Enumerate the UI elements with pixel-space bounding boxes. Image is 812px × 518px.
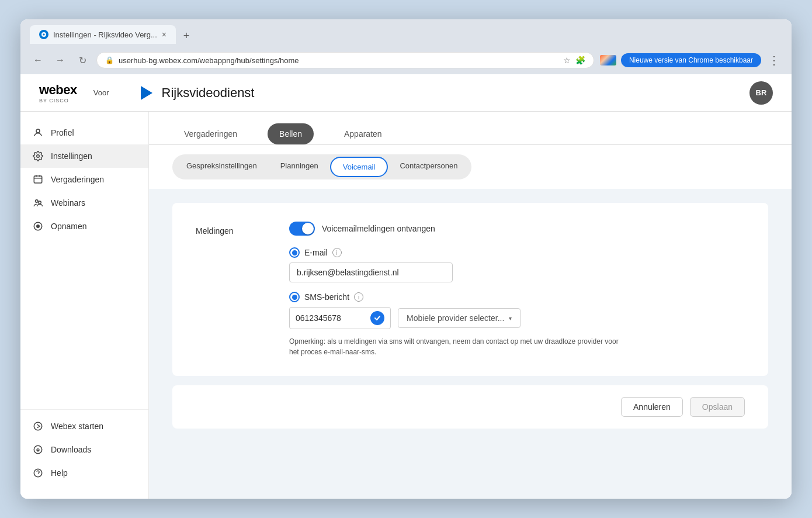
- app-header: webex BY CISCO Voor Rijksvideodienst BR: [20, 74, 792, 112]
- sub-tabs-wrapper: Gespreksinstellingen Planningen Voicemai…: [149, 145, 792, 189]
- sub-tabs: Gespreksinstellingen Planningen Voicemai…: [172, 154, 471, 179]
- sms-radio-item: SMS-bericht i: [289, 292, 628, 357]
- sms-radio-btn[interactable]: [289, 292, 300, 302]
- webinars-icon: [32, 197, 44, 209]
- svg-rect-4: [34, 176, 42, 183]
- nav-actions: Nieuwe versie van Chrome beschikbaar ⋮: [600, 52, 782, 68]
- extension-btn[interactable]: [600, 55, 616, 65]
- opnamen-icon: [32, 220, 44, 232]
- extensions-icon[interactable]: 🧩: [575, 56, 585, 65]
- browser-window: Instellingen - Rijksvideo Verg... × + ← …: [20, 19, 792, 499]
- downloads-icon: [32, 444, 44, 455]
- svg-point-9: [39, 201, 41, 204]
- tab-close-btn[interactable]: ×: [162, 30, 166, 39]
- sidebar-item-label-help: Help: [51, 468, 68, 478]
- main-layout: Profiel Instellingen Vergaderingen: [20, 112, 792, 499]
- sidebar-item-label-instellingen: Instellingen: [51, 151, 92, 161]
- phone-input[interactable]: [296, 313, 366, 323]
- sidebar-item-label-profiel: Profiel: [51, 128, 74, 137]
- sms-info-icon[interactable]: i: [354, 292, 363, 302]
- sidebar-item-downloads[interactable]: Downloads: [20, 438, 148, 461]
- sidebar-item-opnamen[interactable]: Opnamen: [20, 215, 148, 238]
- lock-icon: 🔒: [105, 56, 114, 64]
- tab-apparaten[interactable]: Apparaten: [332, 123, 394, 144]
- email-radio-row: E-mail i: [289, 247, 628, 258]
- top-tabs: Vergaderingen Bellen Apparaten: [149, 112, 792, 145]
- svg-point-11: [37, 225, 40, 228]
- sidebar-item-profiel[interactable]: Profiel: [20, 121, 148, 144]
- content-area: Vergaderingen Bellen Apparaten Gespreksi…: [149, 112, 792, 499]
- sms-note: Opmerking: als u meldingen via sms wilt …: [289, 336, 628, 357]
- profiel-icon: [32, 127, 44, 139]
- tab-vergaderingen[interactable]: Vergaderingen: [172, 123, 249, 144]
- svg-point-12: [34, 422, 42, 430]
- email-info-icon[interactable]: i: [332, 248, 342, 257]
- webex-logo-text: webex: [39, 82, 77, 98]
- tab-favicon: [39, 30, 48, 39]
- tab-title: Instellingen - Rijksvideo Verg...: [53, 30, 157, 39]
- sidebar-item-webex-starten[interactable]: Webex starten: [20, 415, 148, 438]
- back-btn[interactable]: ←: [30, 52, 46, 68]
- browser-tabs: Instellingen - Rijksvideo Verg... × +: [30, 25, 782, 44]
- svg-point-2: [36, 129, 40, 133]
- sidebar-item-label-webinars: Webinars: [51, 198, 85, 208]
- toggle-label: Voicemailmeldingen ontvangen: [322, 224, 435, 233]
- help-icon: [32, 467, 44, 479]
- email-radio-btn[interactable]: [289, 247, 300, 258]
- radio-group: E-mail i SMS: [289, 247, 628, 357]
- sidebar: Profiel Instellingen Vergaderingen: [20, 112, 149, 499]
- subtab-gespreksinstellingen[interactable]: Gespreksinstellingen: [175, 157, 269, 177]
- sidebar-item-instellingen[interactable]: Instellingen: [20, 144, 148, 168]
- webex-starten-icon: [32, 420, 44, 432]
- toggle-row: Voicemailmeldingen ontvangen: [289, 222, 628, 236]
- sidebar-nav: Profiel Instellingen Vergaderingen: [20, 121, 148, 409]
- user-avatar[interactable]: BR: [749, 81, 773, 105]
- sidebar-item-label-webex-starten: Webex starten: [51, 422, 103, 431]
- browser-menu-btn[interactable]: ⋮: [766, 52, 782, 68]
- sidebar-item-label-downloads: Downloads: [51, 445, 91, 454]
- meldingen-label: Meldingen: [196, 222, 266, 357]
- chevron-down-icon: ▾: [509, 315, 512, 322]
- webex-logo: webex BY CISCO: [39, 82, 77, 103]
- sidebar-item-label-vergaderingen: Vergaderingen: [51, 175, 104, 184]
- voor-label: Voor: [93, 88, 109, 97]
- email-radio-item: E-mail i: [289, 247, 628, 282]
- sidebar-bottom: Webex starten Downloads Help: [20, 409, 148, 489]
- voicemail-toggle[interactable]: [289, 222, 315, 236]
- cisco-sub-label: BY CISCO: [39, 98, 69, 103]
- vergaderingen-icon: [32, 174, 44, 185]
- meldingen-controls: Voicemailmeldingen ontvangen E-mail: [289, 222, 628, 357]
- email-input[interactable]: [289, 263, 453, 282]
- phone-input-wrapper[interactable]: [289, 307, 391, 329]
- sidebar-item-help[interactable]: Help: [20, 461, 148, 485]
- rijks-name: Rijksvideodienst: [162, 85, 255, 101]
- sms-radio-label: SMS-bericht: [304, 292, 349, 302]
- subtab-planningen[interactable]: Planningen: [269, 157, 330, 177]
- email-radio-label: E-mail: [304, 248, 328, 257]
- footer-card: Annuleren Opslaan: [172, 385, 768, 429]
- tab-bellen[interactable]: Bellen: [268, 123, 314, 144]
- phone-check-icon: [370, 311, 384, 325]
- phone-row: Mobiele provider selecter... ▾: [289, 307, 628, 329]
- new-tab-btn[interactable]: +: [178, 27, 195, 44]
- provider-placeholder: Mobiele provider selecter...: [407, 313, 504, 323]
- subtab-voicemail[interactable]: Voicemail: [330, 157, 388, 177]
- bookmark-icon[interactable]: ☆: [563, 56, 571, 65]
- browser-nav: ← → ↻ 🔒 userhub-bg.webex.com/webappng/hu…: [30, 49, 782, 74]
- sidebar-item-vergaderingen[interactable]: Vergaderingen: [20, 168, 148, 191]
- active-tab[interactable]: Instellingen - Rijksvideo Verg... ×: [30, 25, 176, 44]
- settings-content: Meldingen Voicemailmeldingen ontvangen: [149, 189, 792, 443]
- sms-radio-row: SMS-bericht i: [289, 292, 628, 302]
- meldingen-row: Meldingen Voicemailmeldingen ontvangen: [196, 222, 745, 357]
- subtab-contactpersonen[interactable]: Contactpersonen: [388, 157, 469, 177]
- refresh-btn[interactable]: ↻: [74, 52, 91, 68]
- address-bar[interactable]: 🔒 userhub-bg.webex.com/webappng/hub/sett…: [96, 52, 594, 68]
- chrome-update-btn[interactable]: Nieuwe versie van Chrome beschikbaar: [621, 53, 761, 67]
- provider-select-dropdown[interactable]: Mobiele provider selecter... ▾: [398, 308, 520, 328]
- save-button[interactable]: Opslaan: [690, 397, 745, 417]
- forward-btn[interactable]: →: [52, 52, 68, 68]
- sidebar-item-webinars[interactable]: Webinars: [20, 191, 148, 215]
- cancel-button[interactable]: Annuleren: [621, 397, 683, 417]
- sidebar-item-label-opnamen: Opnamen: [51, 222, 86, 231]
- rijks-arrow-icon: [137, 84, 156, 102]
